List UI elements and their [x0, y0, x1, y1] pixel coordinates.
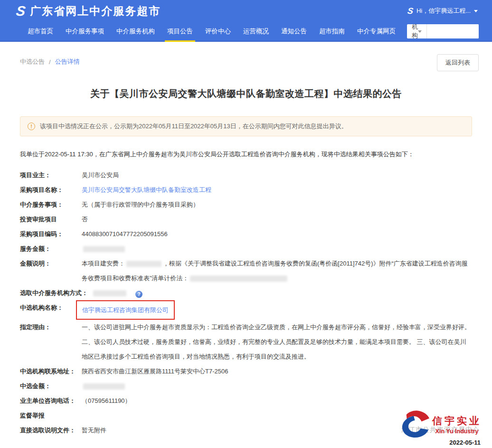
breadcrumb-current[interactable]: 公告详情 — [55, 57, 80, 66]
field-label: 金额说明： — [20, 256, 82, 286]
field-row: 中选机构联系地址：陕西省西安市曲江新区雁展路1111号莱安中心T7-2506 — [20, 364, 472, 379]
field-label: 投资审批项目 — [20, 212, 82, 227]
field-value: ? — [92, 286, 472, 300]
field-value — [82, 241, 472, 256]
user-logo-icon: S — [407, 7, 414, 15]
field-text: 暂无附件 — [82, 427, 106, 434]
field-link[interactable]: 吴川市公安局交警大队塘缀中队备勤室改造工程 — [82, 186, 211, 193]
field-label: 服务金额： — [20, 241, 82, 256]
field-text: 一、该公司进驻网上中介服务超市资质显示为：工程造价咨询企业乙级资质，在网上中介服… — [82, 324, 471, 360]
field-row: 投资审批项目否 — [20, 212, 472, 227]
redacted-value — [83, 246, 125, 252]
field-text: 无（属于非行政管理的中介服务项目采购） — [82, 201, 199, 208]
back-to-list-button[interactable]: 返回列表 — [437, 54, 479, 71]
redacted-value — [190, 276, 287, 282]
page: S 广东省网上中介服务超市 S Hi，信宇腾远工程... 超市首页中介服务事项中… — [0, 0, 492, 448]
nav-item[interactable]: 超市指南 — [318, 21, 346, 42]
field-label: 中选机构名称： — [20, 300, 82, 320]
field-label: 选取中介服务机构方式： — [20, 286, 92, 300]
nav-item[interactable]: 中介服务事项 — [65, 21, 105, 42]
field-row: 金额说明：本项目建安费：，根据《关于调整我省建设工程造价咨询服务收费的复函(粤价… — [20, 256, 472, 286]
field-row: 项目业主：吴川市公安局 — [20, 168, 472, 182]
nav-item[interactable]: 中介服务机构 — [115, 21, 156, 42]
user-greeting: Hi，信宇腾远工程... — [416, 7, 471, 15]
notice-text: 该项目中选情况正在公示，公示期为2022年05月11日至2022年05月13日，… — [40, 122, 348, 131]
field-row: 服务金额： — [20, 241, 472, 256]
content-area: 中选公告 / 公告详情 关于【吴川市公安局交警大队塘缀中队备勤室改造工程】中选结… — [0, 54, 492, 438]
announcement-date: 2022-05-11 — [449, 439, 481, 446]
field-row: 中介服务事项：无（属于非行政管理的中介服务项目采购） — [20, 197, 472, 212]
warning-circle-icon: ! — [28, 123, 35, 130]
search-category-label: 机构 — [412, 24, 418, 38]
chevron-down-icon — [474, 10, 478, 14]
field-row: 中选金额： — [20, 379, 472, 393]
nav-item[interactable]: 通知公告 — [280, 21, 308, 42]
redacted-value — [93, 290, 126, 296]
site-logo-icon: S — [15, 4, 26, 18]
field-text: 吴川市公安局 — [82, 172, 119, 179]
company-name-en: Xin Yu Industry — [432, 428, 482, 435]
field-label: 项目业主： — [20, 168, 82, 182]
nav-item[interactable]: 评价中心 — [204, 21, 232, 42]
field-row: 采购项目编码：4408830071047772205091556 — [20, 227, 472, 241]
nav-item[interactable]: 超市首页 — [27, 21, 54, 42]
field-text: 陕西省西安市曲江新区雁展路1111号莱安中心T7-2506 — [82, 368, 228, 375]
field-list: 项目业主：吴川市公安局采购项目名称：吴川市公安局交警大队塘缀中队备勤室改造工程中… — [20, 168, 472, 438]
redacted-value — [126, 261, 161, 267]
field-text: （07595611190） — [82, 397, 131, 404]
main-nav: 超市首页中介服务事项中介服务机构项目公告评价中心运营概况通知公告超市指南中介专属… — [0, 22, 492, 42]
chevron-down-icon — [418, 30, 422, 35]
field-value: 否 — [82, 212, 472, 227]
selected-agency-link[interactable]: 信宇腾远工程咨询集团有限公司 — [82, 306, 169, 314]
stamp-text: 信宇实业 Xin Yu Industry — [432, 414, 482, 435]
field-label: 中选金额： — [20, 379, 82, 393]
site-title: 广东省网上中介服务超市 — [30, 4, 161, 19]
help-question-icon[interactable]: ? — [135, 291, 142, 298]
field-value: 信宇腾远工程咨询集团有限公司 — [82, 300, 472, 320]
field-text: 本项目建安费： — [82, 260, 125, 267]
nav-item[interactable]: 项目公告 — [166, 21, 194, 42]
company-stamp: 湛江市公共资源交易中心 信宇实业 Xin Yu Industry 2022-05… — [363, 405, 482, 446]
field-value: 一、该公司进驻网上中介服务超市资质显示为：工程造价咨询企业乙级资质，在网上中介服… — [82, 320, 472, 364]
breadcrumb: 中选公告 / 公告详情 — [20, 54, 472, 69]
field-value: 本项目建安费：，根据《关于调整我省建设工程造价咨询服务收费的复函(粤价函[201… — [82, 256, 472, 286]
field-value: 陕西省西安市曲江新区雁展路1111号莱安中心T7-2506 — [82, 364, 472, 379]
field-label: 业主单位咨询电话： — [20, 393, 82, 408]
top-header: S 广东省网上中介服务超市 S Hi，信宇腾远工程... — [0, 0, 492, 22]
field-row: 选取中介服务机构方式：? — [20, 286, 472, 300]
field-value — [82, 379, 472, 393]
field-text: 4408830071047772205091556 — [82, 230, 168, 238]
search-bar: 机构 — [407, 24, 479, 38]
field-label: 中选机构联系地址： — [20, 364, 82, 379]
announcement-title: 关于【吴川市公安局交警大队塘缀中队备勤室改造工程】中选结果的公告 — [20, 87, 472, 100]
field-value: 吴川市公安局 — [82, 168, 472, 182]
field-row: 中选机构名称：信宇腾远工程咨询集团有限公司 — [20, 300, 472, 320]
field-value: 4408830071047772205091556 — [82, 227, 472, 241]
publicity-notice: ! 该项目中选情况正在公示，公示期为2022年05月11日至2022年05月13… — [20, 116, 472, 136]
redacted-value — [83, 383, 125, 390]
field-label: 监督举报 — [20, 408, 82, 423]
nav-item[interactable]: 运营概况 — [242, 21, 270, 42]
field-label: 采购项目编码： — [20, 227, 82, 241]
field-label: 中介服务事项： — [20, 197, 82, 212]
search-input[interactable] — [427, 24, 479, 38]
field-text: 否 — [82, 216, 88, 223]
highlight-red-box: 信宇腾远工程咨询集团有限公司 — [76, 300, 175, 320]
intro-paragraph: 我单位于2022-05-11 17:30，在广东省网上中介服务超市为吴川市公安局… — [20, 150, 472, 159]
breadcrumb-separator: / — [49, 58, 51, 66]
field-label: 直接选取说明文件： — [20, 423, 82, 438]
user-menu[interactable]: S Hi，信宇腾远工程... — [407, 7, 478, 15]
field-value: 吴川市公安局交警大队塘缀中队备勤室改造工程 — [82, 182, 472, 197]
field-label: 采购项目名称： — [20, 182, 82, 197]
nav-item[interactable]: 中介专属网页 — [356, 21, 397, 42]
company-name-cn: 信宇实业 — [432, 414, 482, 428]
field-value: 无（属于非行政管理的中介服务项目采购） — [82, 197, 472, 212]
field-row: 采购项目名称：吴川市公安局交警大队塘缀中队备勤室改造工程 — [20, 182, 472, 197]
search-category-select[interactable]: 机构 — [407, 24, 427, 38]
stamp-logo-row: 信宇实业 Xin Yu Industry — [401, 410, 482, 438]
breadcrumb-parent[interactable]: 中选公告 — [20, 57, 45, 66]
company-logo-icon — [401, 410, 431, 438]
field-label: 指定理由： — [20, 320, 82, 364]
field-row: 指定理由：一、该公司进驻网上中介服务超市资质显示为：工程造价咨询企业乙级资质，在… — [20, 320, 472, 364]
